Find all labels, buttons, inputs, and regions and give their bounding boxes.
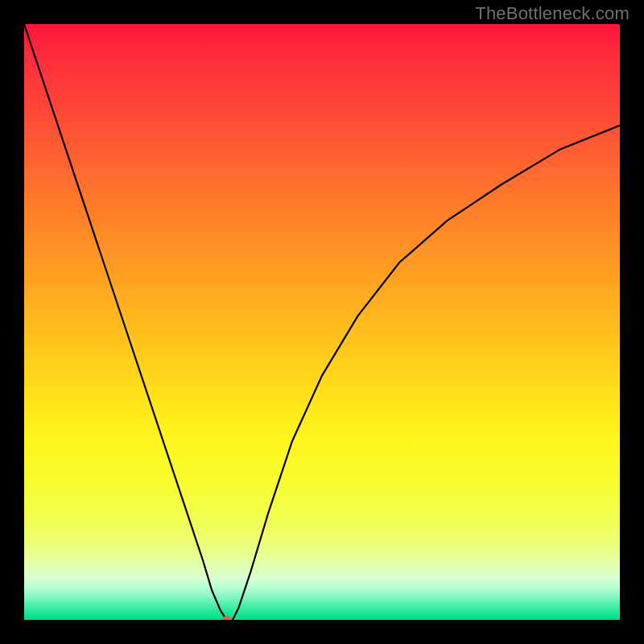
minimum-marker (222, 616, 232, 620)
curve-path (24, 24, 620, 620)
bottleneck-curve (24, 24, 620, 620)
watermark-label: TheBottleneck.com (475, 3, 630, 24)
plot-area (24, 24, 620, 620)
chart-frame: TheBottleneck.com (0, 0, 644, 644)
